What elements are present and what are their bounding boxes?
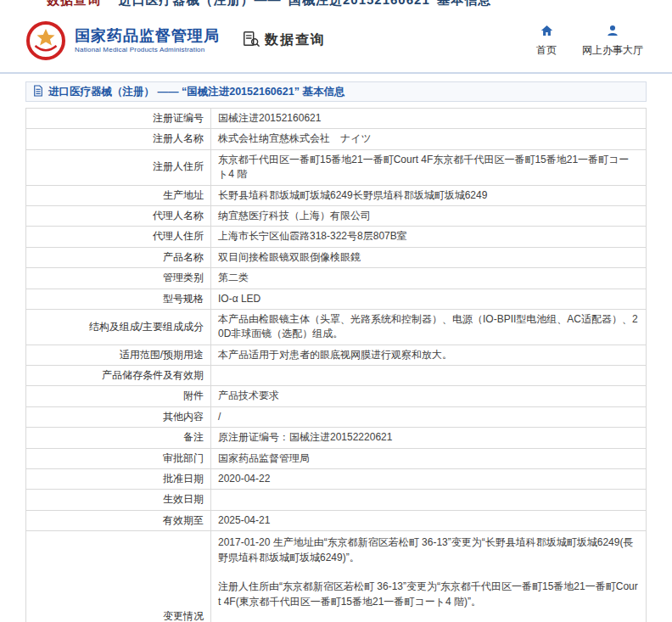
main-content: 进口医疗器械（注册） —— “国械注进20152160621” 基本信息 注册证… (25, 81, 647, 622)
table-row: 型号规格IO-α LED (26, 289, 647, 309)
org-name-cn: 国家药品监督管理局 (75, 27, 220, 45)
data-query-icon (242, 30, 260, 52)
field-label: 生效日期 (26, 490, 211, 510)
org-name-block: 国家药品监督管理局 National Medical Products Admi… (75, 27, 220, 54)
info-table-body: 注册证编号国械注进20152160621注册人名称株式会社纳宜慈株式会社 ナイツ… (26, 109, 647, 622)
site-header: 国家药品监督管理局 National Medical Products Admi… (0, 8, 672, 74)
table-row: 有效期至2025-04-21 (26, 510, 647, 530)
table-row: 代理人名称纳宜慈医疗科技（上海）有限公司 (26, 205, 647, 226)
field-value: 国家药品监督管理局 (211, 448, 647, 468)
field-label: 其他内容 (26, 406, 211, 427)
field-label: 适用范围/预期用途 (26, 345, 211, 365)
field-value: 2020-04-22 (211, 469, 647, 490)
field-value: 双目间接检眼镜双眼倒像検眼鏡 (211, 247, 647, 267)
field-value: / (211, 406, 647, 427)
table-row: 注册证编号国械注进20152160621 (26, 109, 647, 129)
field-label: 有效期至 (26, 510, 211, 530)
nav-hall-label: 网上办事大厅 (582, 43, 643, 58)
field-label: 代理人住所 (26, 227, 211, 247)
clipped-top-text-dark: 进口医疗器械（注册）——“国械注进20152160621”基本信息 (118, 0, 491, 8)
field-label: 变更情况 (26, 531, 211, 622)
nav-home-label: 首页 (536, 43, 557, 58)
field-value: 本产品由检眼镜主体（头罩、光路系统和控制器）、电源（IO-BPII型电池组、AC… (211, 309, 647, 345)
field-label: 注册证编号 (26, 109, 211, 129)
field-label: 生产地址 (26, 185, 211, 205)
field-value: 东京都千代田区一番町15番地21一番町Court 4F东京都千代田区一番町15番… (211, 149, 647, 185)
table-row: 适用范围/预期用途本产品适用于对患者的眼底视网膜进行观察和放大。 (26, 345, 647, 365)
table-row: 产品名称双目间接检眼镜双眼倒像検眼鏡 (26, 247, 647, 267)
table-row: 附件产品技术要求 (26, 386, 647, 406)
field-label: 注册人名称 (26, 129, 211, 149)
field-value: IO-α LED (211, 289, 647, 309)
clipped-top-text: 数据查询 进口医疗器械（注册）——“国械注进20152160621”基本信息 (0, 0, 672, 8)
table-row: 结构及组成/主要组成成分本产品由检眼镜主体（头罩、光路系统和控制器）、电源（IO… (26, 309, 647, 345)
table-row: 注册人名称株式会社纳宜慈株式会社 ナイツ (26, 129, 647, 149)
table-row: 代理人住所上海市长宁区仙霞路318-322号8层807B室 (26, 227, 647, 247)
field-value: 第二类 (211, 268, 647, 289)
data-query-label: 数据查询 (265, 31, 326, 49)
field-value: 株式会社纳宜慈株式会社 ナイツ (211, 129, 647, 149)
field-label: 产品名称 (26, 247, 211, 267)
field-label: 结构及组成/主要组成成分 (26, 309, 211, 345)
table-row: 备注原注册证编号：国械注进20152220621 (26, 428, 647, 448)
table-row: 批准日期2020-04-22 (26, 469, 647, 490)
field-value: 纳宜慈医疗科技（上海）有限公司 (211, 205, 647, 226)
field-label: 产品储存条件及有效期 (26, 366, 211, 386)
table-row: 审批部门国家药品监督管理局 (26, 448, 647, 468)
header-nav: 首页 网上办事大厅 (536, 24, 647, 58)
field-value: 2025-04-21 (211, 510, 647, 530)
field-label: 型号规格 (26, 289, 211, 309)
org-name-en: National Medical Products Administration (75, 46, 220, 53)
clipped-top-text-red: 数据查询 (47, 0, 101, 8)
field-value: 国械注进20152160621 (211, 109, 647, 129)
table-row: 其他内容/ (26, 406, 647, 427)
data-query-section[interactable]: 数据查询 (242, 30, 326, 52)
field-label: 管理类别 (26, 268, 211, 289)
table-row: 产品储存条件及有效期 (26, 366, 647, 386)
field-label: 代理人名称 (26, 205, 211, 226)
nmpa-logo (25, 20, 66, 61)
registration-info-table: 注册证编号国械注进20152160621注册人名称株式会社纳宜慈株式会社 ナイツ… (25, 108, 647, 622)
table-row: 变更情况2017-01-20 生产地址由“东京都新宿区若松町 36-13”变更为… (26, 531, 647, 622)
home-icon (540, 24, 554, 41)
table-row: 注册人住所东京都千代田区一番町15番地21一番町Court 4F东京都千代田区一… (26, 149, 647, 185)
page-title: 进口医疗器械（注册） —— “国械注进20152160621” 基本信息 (48, 85, 344, 99)
field-value: 原注册证编号：国械注进20152220621 (211, 428, 647, 448)
field-label: 审批部门 (26, 448, 211, 468)
field-label: 备注 (26, 428, 211, 448)
field-label: 批准日期 (26, 469, 211, 490)
page-title-bar: 进口医疗器械（注册） —— “国械注进20152160621” 基本信息 (25, 81, 647, 102)
table-row: 管理类别第二类 (26, 268, 647, 289)
field-value (211, 490, 647, 510)
field-value: 本产品适用于对患者的眼底视网膜进行观察和放大。 (211, 345, 647, 365)
field-label: 附件 (26, 386, 211, 406)
field-value: 上海市长宁区仙霞路318-322号8层807B室 (211, 227, 647, 247)
field-value: 长野县埴科郡坂城町坂城6249长野県埴科郡坂城町坂城6249 (211, 185, 647, 205)
table-row: 生产地址长野县埴科郡坂城町坂城6249长野県埴科郡坂城町坂城6249 (26, 185, 647, 205)
document-icon (33, 85, 43, 99)
nav-item-home[interactable]: 首页 (536, 24, 557, 58)
field-value: 产品技术要求 (211, 386, 647, 406)
field-value: 2017-01-20 生产地址由“东京都新宿区若松町 36-13”变更为“长野县… (211, 531, 647, 622)
field-value (211, 366, 647, 386)
user-icon (606, 24, 619, 41)
table-row: 生效日期 (26, 490, 647, 510)
nav-item-service-hall[interactable]: 网上办事大厅 (582, 24, 643, 58)
field-label: 注册人住所 (26, 149, 211, 185)
